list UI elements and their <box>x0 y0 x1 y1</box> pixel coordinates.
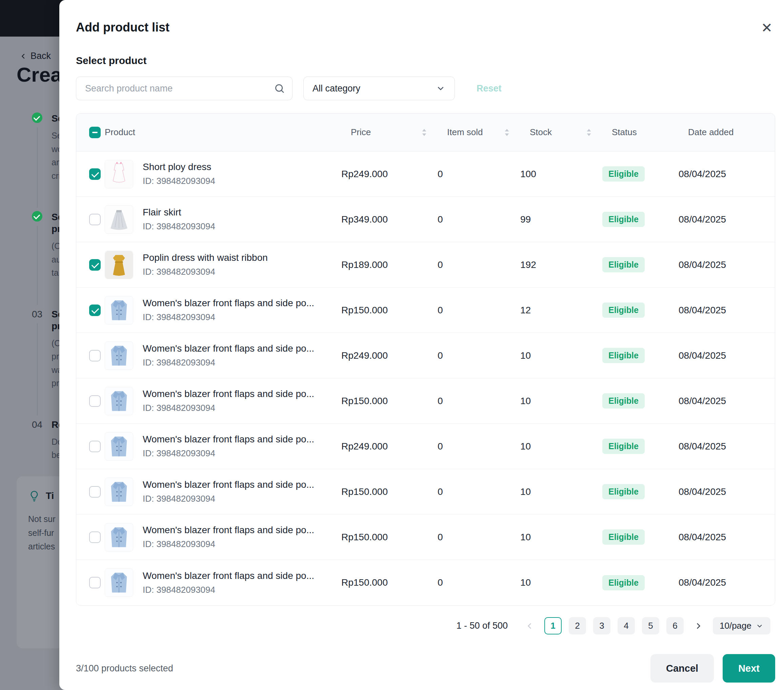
row-checkbox[interactable] <box>89 531 100 543</box>
row-checkbox[interactable] <box>89 441 100 452</box>
page-button-4[interactable]: 4 <box>618 617 635 634</box>
item-sold-cell: 0 <box>438 396 520 406</box>
product-name: Poplin dress with waist ribbon <box>143 252 331 263</box>
table-row: Women's blazer front flaps and side po..… <box>76 560 775 605</box>
date-cell: 08/04/2025 <box>679 305 766 316</box>
reset-button[interactable]: Reset <box>476 83 502 94</box>
product-thumbnail <box>105 205 133 234</box>
date-cell: 08/04/2025 <box>679 486 766 497</box>
product-thumbnail <box>105 342 133 370</box>
stock-cell: 10 <box>520 486 602 497</box>
table-row: Women's blazer front flaps and side po..… <box>76 514 775 560</box>
chevron-down-icon <box>756 622 764 630</box>
next-button[interactable]: Next <box>723 654 775 683</box>
column-status: Status <box>612 127 688 138</box>
status-badge: Eligible <box>602 302 645 318</box>
price-cell: Rp150.000 <box>341 396 438 406</box>
date-cell: 08/04/2025 <box>679 260 766 270</box>
status-badge: Eligible <box>602 575 645 590</box>
product-name: Women's blazer front flaps and side po..… <box>143 570 331 581</box>
search-input[interactable] <box>76 77 293 100</box>
product-thumbnail <box>105 160 133 188</box>
product-name: Women's blazer front flaps and side po..… <box>143 525 331 536</box>
search-icon[interactable] <box>274 83 285 94</box>
item-sold-cell: 0 <box>438 532 520 543</box>
date-cell: 08/04/2025 <box>679 441 766 452</box>
row-checkbox[interactable] <box>89 486 100 498</box>
stock-cell: 10 <box>520 396 602 406</box>
step-complete-icon <box>32 112 42 123</box>
sort-icon[interactable] <box>422 128 427 136</box>
page-buttons: 123456 <box>544 617 684 634</box>
product-name: Women's blazer front flaps and side po..… <box>143 434 331 445</box>
page-button-1[interactable]: 1 <box>544 617 562 634</box>
modal-title: Add product list <box>76 20 170 34</box>
stock-cell: 10 <box>520 350 602 361</box>
row-checkbox[interactable] <box>89 214 100 225</box>
category-select[interactable]: All category <box>303 77 455 100</box>
product-thumbnail <box>105 568 133 597</box>
close-icon[interactable]: ✕ <box>758 20 775 35</box>
product-thumbnail <box>105 296 133 325</box>
column-price: Price <box>351 127 447 138</box>
page-button-5[interactable]: 5 <box>642 617 659 634</box>
status-badge: Eligible <box>602 212 645 227</box>
sort-icon[interactable] <box>586 128 591 136</box>
table-row: Women's blazer front flaps and side po..… <box>76 469 775 514</box>
price-cell: Rp249.000 <box>341 169 438 179</box>
cancel-button[interactable]: Cancel <box>651 654 714 683</box>
row-checkbox[interactable] <box>89 350 100 361</box>
price-cell: Rp249.000 <box>341 350 438 361</box>
row-checkbox[interactable] <box>89 577 100 588</box>
add-product-list-modal: Add product list ✕ Select product All ca… <box>59 0 784 690</box>
price-cell: Rp150.000 <box>341 486 438 497</box>
product-id: ID: 398482093094 <box>143 176 331 186</box>
sort-icon[interactable] <box>504 128 509 136</box>
column-date-added: Date added <box>688 127 775 138</box>
item-sold-cell: 0 <box>438 260 520 270</box>
product-id: ID: 398482093094 <box>143 585 331 595</box>
product-table: Product Price Item sold Stock <box>76 113 775 606</box>
page-button-2[interactable]: 2 <box>569 617 586 634</box>
step-number: 04 <box>32 419 45 431</box>
table-row: Women's blazer front flaps and side po..… <box>76 378 775 424</box>
status-badge: Eligible <box>602 348 645 363</box>
product-thumbnail <box>105 387 133 415</box>
date-cell: 08/04/2025 <box>679 214 766 225</box>
status-badge: Eligible <box>602 484 645 499</box>
product-thumbnail <box>105 432 133 461</box>
item-sold-cell: 0 <box>438 486 520 497</box>
product-id: ID: 398482093094 <box>143 312 331 322</box>
row-checkbox[interactable] <box>89 395 100 407</box>
price-cell: Rp150.000 <box>341 305 438 316</box>
pagination-prev-icon[interactable] <box>522 617 537 634</box>
status-badge: Eligible <box>602 166 645 182</box>
page-button-3[interactable]: 3 <box>593 617 611 634</box>
stock-cell: 192 <box>520 260 602 270</box>
modal-footer: 3/100 products selected Cancel Next <box>76 654 775 683</box>
page-button-6[interactable]: 6 <box>666 617 684 634</box>
row-checkbox[interactable] <box>89 168 100 180</box>
table-row: Short ploy dress ID: 398482093094 Rp249.… <box>76 151 775 197</box>
row-checkbox[interactable] <box>89 259 100 271</box>
row-checkbox[interactable] <box>89 304 100 316</box>
column-product: Product <box>105 127 351 138</box>
price-cell: Rp189.000 <box>341 260 438 270</box>
pagination-next-icon[interactable] <box>691 617 706 634</box>
product-name: Short ploy dress <box>143 162 331 172</box>
price-cell: Rp249.000 <box>341 441 438 452</box>
product-thumbnail <box>105 251 133 279</box>
product-id: ID: 398482093094 <box>143 357 331 368</box>
chevron-down-icon <box>436 83 446 94</box>
product-name: Flair skirt <box>143 207 331 218</box>
page-size-select[interactable]: 10/page <box>713 617 771 634</box>
product-id: ID: 398482093094 <box>143 539 331 549</box>
product-id: ID: 398482093094 <box>143 403 331 413</box>
date-cell: 08/04/2025 <box>679 577 766 588</box>
date-cell: 08/04/2025 <box>679 396 766 406</box>
select-all-checkbox[interactable] <box>89 127 100 138</box>
stock-cell: 10 <box>520 441 602 452</box>
date-cell: 08/04/2025 <box>679 350 766 361</box>
product-table-body: Short ploy dress ID: 398482093094 Rp249.… <box>76 151 775 605</box>
item-sold-cell: 0 <box>438 214 520 225</box>
